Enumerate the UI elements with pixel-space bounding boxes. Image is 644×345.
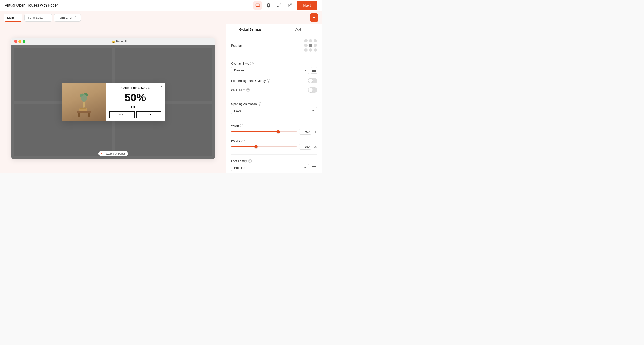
pos-dot-tl[interactable] [304, 39, 308, 42]
popup-get-btn[interactable]: GET [136, 111, 161, 118]
overlay-style-label: Overlay Style [231, 62, 249, 65]
overlay-style-menu-icon[interactable] [311, 67, 317, 74]
pos-dot-mr[interactable] [314, 44, 317, 47]
width-help[interactable]: ? [240, 124, 244, 127]
poper-icon: ● [101, 152, 103, 155]
height-input[interactable] [299, 144, 311, 150]
height-help[interactable]: ? [241, 139, 244, 142]
height-slider-thumb[interactable] [254, 145, 258, 148]
svg-rect-16 [80, 108, 86, 109]
font-family-menu-icon[interactable] [311, 165, 317, 171]
font-family-help[interactable]: ? [248, 159, 252, 163]
hide-bg-overlay-label: Hide Background Overlay [231, 79, 266, 82]
popup-close-button[interactable]: × [161, 85, 162, 88]
height-section: Height ? px [231, 139, 317, 150]
tab-form-error-menu[interactable]: ⋮ [74, 15, 78, 20]
external-link-btn[interactable] [286, 1, 294, 9]
popup-overlay: × FURNITURE SALE 50% OFF EMAIL GET [12, 45, 215, 159]
top-bar: Virtual Open Houses with Poper Next [0, 0, 322, 11]
menu-line-3 [312, 71, 316, 72]
tab-form-error-label: Form Error [58, 16, 72, 19]
hide-bg-overlay-label-row: Hide Background Overlay ? [231, 79, 270, 82]
clickable-help[interactable]: ? [246, 88, 250, 92]
opening-animation-section: Opening Animation ? Fade In Fade Out Sli… [231, 102, 317, 114]
hide-bg-overlay-row: Hide Background Overlay ? [231, 78, 317, 83]
hide-bg-overlay-toggle[interactable] [308, 78, 317, 83]
next-button[interactable]: Next [296, 1, 317, 10]
font-family-select[interactable]: Poppins Inter Roboto Arial [231, 164, 309, 171]
svg-line-5 [280, 4, 281, 5]
browser-url-text: Poper AI [116, 40, 127, 43]
fullscreen-btn[interactable] [275, 1, 284, 9]
browser-mockup: 🔒 Poper AI [12, 38, 215, 159]
browser-content: × FURNITURE SALE 50% OFF EMAIL GET [12, 45, 215, 159]
popup[interactable]: × FURNITURE SALE 50% OFF EMAIL GET [62, 83, 164, 121]
width-label-row: Width ? [231, 124, 317, 127]
desktop-view-btn[interactable] [254, 1, 262, 9]
popup-buttons: EMAIL GET [110, 111, 161, 118]
width-slider-row: px [231, 129, 317, 135]
tab-form-success-menu[interactable]: ⋮ [45, 15, 49, 20]
pos-dot-tr[interactable] [314, 39, 317, 42]
font-menu-line-1 [312, 166, 316, 167]
tab-main[interactable]: Main ⋮ [4, 14, 22, 21]
popup-off-label: OFF [110, 105, 161, 109]
svg-rect-14 [88, 113, 90, 117]
pos-dot-br[interactable] [314, 48, 317, 52]
tabs-bar: Main ⋮ Form Suc... ⋮ Form Error ⋮ + [0, 11, 322, 24]
top-bar-actions: Next [254, 1, 317, 10]
browser-topbar: 🔒 Poper AI [12, 38, 215, 45]
menu-line-2 [312, 70, 316, 71]
width-slider-track[interactable] [231, 131, 297, 132]
popup-email-btn[interactable]: EMAIL [110, 111, 135, 118]
opening-animation-label: Opening Animation [231, 102, 257, 106]
pos-dot-bl[interactable] [304, 48, 308, 52]
right-panel-content: Position Overlay Style ? [226, 35, 322, 172]
svg-line-7 [290, 4, 292, 6]
overlay-style-select-wrapper: Darken Lighten None [231, 67, 317, 74]
add-tab[interactable]: Add [274, 24, 322, 35]
tab-form-success[interactable]: Form Suc... ⋮ [24, 14, 52, 21]
divider-3 [231, 119, 317, 119]
overlay-style-select[interactable]: Darken Lighten None [231, 67, 309, 74]
font-family-section: Font Family ? Poppins Inter Roboto Arial [231, 159, 317, 171]
mobile-view-btn[interactable] [264, 1, 273, 9]
app-title: Virtual Open Houses with Poper [5, 3, 58, 7]
add-tab-button[interactable]: + [310, 13, 318, 22]
width-label: Width [231, 124, 239, 127]
opening-animation-help[interactable]: ? [258, 102, 262, 106]
pos-dot-mc[interactable] [309, 44, 312, 47]
pos-dot-bc[interactable] [309, 48, 312, 52]
global-settings-tab[interactable]: Global Settings [226, 24, 274, 35]
width-section: Width ? px [231, 124, 317, 135]
right-panel-tabs: Global Settings Add [226, 24, 322, 35]
height-slider-row: px [231, 144, 317, 150]
font-menu-line-2 [312, 168, 316, 168]
font-menu-line-3 [312, 169, 316, 169]
width-input[interactable] [299, 129, 311, 135]
width-slider-thumb[interactable] [277, 130, 280, 133]
height-unit: px [314, 145, 317, 148]
overlay-style-section: Overlay Style ? Darken Lighten None [231, 62, 317, 74]
menu-line-1 [312, 69, 316, 69]
overlay-style-label-row: Overlay Style ? [231, 62, 317, 65]
svg-rect-0 [256, 4, 260, 6]
pos-dot-ml[interactable] [304, 44, 308, 47]
svg-rect-9 [83, 102, 85, 107]
popup-image-inner [62, 83, 106, 121]
pos-dot-tc[interactable] [309, 39, 312, 42]
opening-animation-label-row: Opening Animation ? [231, 102, 317, 106]
tab-main-menu[interactable]: ⋮ [15, 15, 19, 20]
height-label: Height [231, 139, 240, 142]
clickable-label: Clickable? [231, 88, 245, 92]
height-slider-track[interactable] [231, 146, 297, 147]
tab-form-error[interactable]: Form Error ⋮ [54, 14, 81, 21]
hide-bg-overlay-help[interactable]: ? [267, 79, 270, 82]
popup-image [62, 83, 106, 121]
clickable-toggle[interactable] [308, 87, 317, 93]
overlay-style-help[interactable]: ? [250, 62, 254, 65]
opening-animation-select[interactable]: Fade In Fade Out Slide Up Slide Down Zoo… [231, 107, 317, 114]
divider-1 [231, 57, 317, 57]
font-family-label: Font Family [231, 159, 247, 163]
width-unit: px [314, 130, 317, 133]
